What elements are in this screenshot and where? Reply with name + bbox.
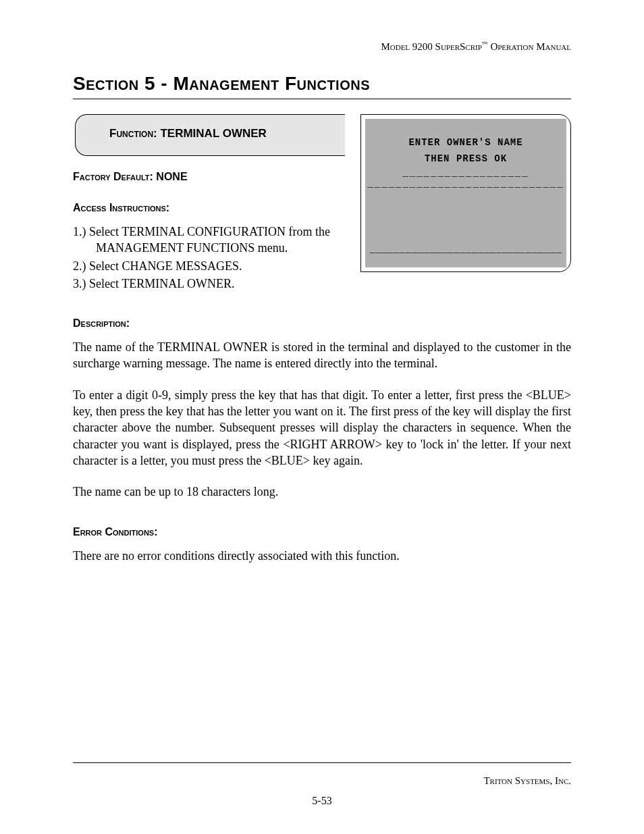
footer-rule: [73, 762, 571, 763]
description-paragraph: The name can be up to 18 characters long…: [73, 484, 571, 500]
screen-underscore-3: ________________________________: [365, 244, 566, 255]
header-suffix: Operation Manual: [488, 41, 571, 52]
page: Model 9200 SuperScrip™ Operation Manual …: [0, 0, 644, 834]
screen-underscore-1: __________________: [365, 167, 566, 179]
access-instructions-label: Access Instructions:: [73, 202, 350, 214]
screen-line-1: ENTER OWNER'S NAME: [365, 135, 566, 151]
terminal-screen: ENTER OWNER'S NAME THEN PRESS OK _______…: [360, 114, 571, 272]
terminal-screen-inner: ENTER OWNER'S NAME THEN PRESS OK _______…: [365, 119, 566, 267]
page-number: 5-53: [0, 795, 644, 807]
content-block: Function: TERMINAL OWNER ENTER OWNER'S N…: [73, 114, 571, 564]
description-paragraph: To enter a digit 0-9, simply press the k…: [73, 387, 571, 469]
function-label: Function: TERMINAL OWNER: [109, 127, 267, 140]
function-tab: Function: TERMINAL OWNER: [75, 114, 345, 156]
description-paragraph: The name of the TERMINAL OWNER is stored…: [73, 339, 571, 372]
factory-default-label: Factory Default:: [73, 171, 153, 182]
instruction-item: 2.) Select CHANGE MESSAGES.: [73, 258, 350, 274]
screen-underscore-2: ____________________________: [365, 178, 566, 190]
function-tab-wrap: Function: TERMINAL OWNER ENTER OWNER'S N…: [73, 114, 571, 161]
instruction-item: 1.) Select TERMINAL CONFIGURATION from t…: [73, 224, 350, 257]
header-tm: ™: [482, 41, 488, 47]
function-label-prefix: Function:: [109, 127, 157, 140]
instruction-list: 1.) Select TERMINAL CONFIGURATION from t…: [73, 224, 350, 292]
description-label: Description:: [73, 317, 571, 330]
instruction-item: 3.) Select TERMINAL OWNER.: [73, 276, 350, 292]
factory-default: Factory Default: NONE: [73, 171, 350, 183]
header-text: Model 9200 SuperScrip™ Operation Manual: [73, 41, 571, 53]
factory-default-value: NONE: [156, 171, 187, 182]
footer-company: Triton Systems, Inc.: [483, 775, 571, 787]
error-conditions-label: Error Conditions:: [73, 526, 571, 538]
function-name: TERMINAL OWNER: [160, 127, 266, 140]
title-rule: [73, 99, 571, 99]
section-title: Section 5 - Management Functions: [73, 73, 571, 95]
error-conditions-text: There are no error conditions directly a…: [73, 548, 571, 564]
header-model: Model 9200 SuperScrip: [381, 41, 481, 52]
screen-line-2: THEN PRESS OK: [365, 151, 566, 167]
left-column: Factory Default: NONE Access Instruction…: [73, 171, 350, 292]
screen-spacer: [365, 190, 566, 244]
